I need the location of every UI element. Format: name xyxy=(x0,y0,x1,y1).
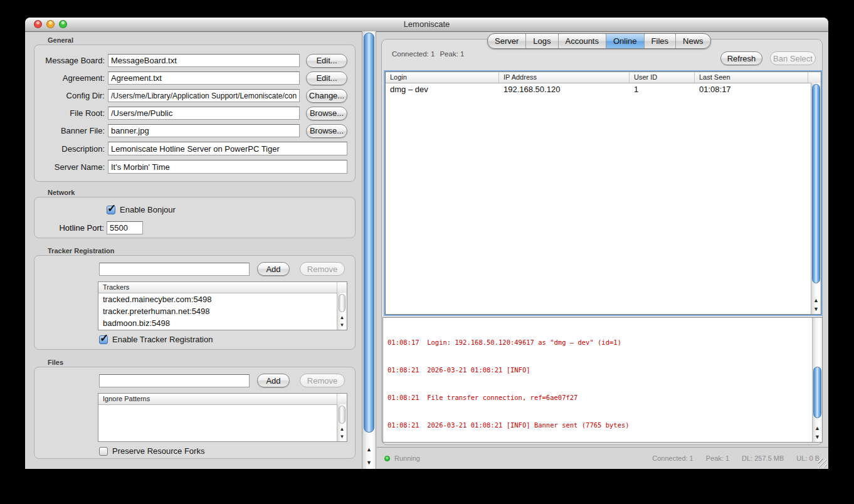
enable-tracker-registration-checkbox[interactable] xyxy=(99,335,108,344)
browse-file-root-button[interactable]: Browse... xyxy=(306,107,347,120)
scroll-up-icon[interactable] xyxy=(362,443,376,456)
tab-online[interactable]: Online xyxy=(606,34,645,48)
status-dot-icon xyxy=(384,456,390,461)
cell-login: dmg – dev xyxy=(386,83,499,96)
scroll-down-icon[interactable] xyxy=(362,456,376,469)
scroll-down-icon[interactable] xyxy=(337,433,347,441)
log-scrollbar[interactable] xyxy=(812,318,822,442)
file-root-label: File Root: xyxy=(42,108,105,118)
scrollbar-thumb[interactable] xyxy=(339,294,345,312)
message-board-row: Message Board: Edit... xyxy=(42,54,347,67)
enable-bonjour-label: Enable Bonjour xyxy=(120,205,176,214)
tab-news[interactable]: News xyxy=(676,34,710,48)
file-root-row: File Root: Browse... xyxy=(42,107,347,120)
scrollbar-thumb[interactable] xyxy=(813,367,821,418)
banner-file-label: Banner File: xyxy=(42,126,105,135)
agreement-label: Agreement: xyxy=(42,73,105,83)
log-line: 01:08:21 File transfer connection, ref=6… xyxy=(387,393,809,402)
title-bar[interactable]: Lemoniscate xyxy=(25,18,828,32)
server-log-panel: 01:08:17 Login: 192.168.50.120:49617 as … xyxy=(382,317,823,443)
ignore-patterns-scrollbar[interactable] xyxy=(337,404,347,441)
general-group-box: Message Board: Edit... Agreement: Edit..… xyxy=(34,45,356,182)
table-row[interactable]: dmg – dev 192.168.50.120 1 01:08:17 xyxy=(386,83,821,96)
status-peak: Peak: 1 xyxy=(706,454,729,462)
refresh-button[interactable]: Refresh xyxy=(720,51,762,65)
add-tracker-button[interactable]: Add xyxy=(257,262,290,276)
edit-agreement-button[interactable]: Edit... xyxy=(306,71,347,85)
browse-banner-file-button[interactable]: Browse... xyxy=(306,124,347,138)
app-window: Lemoniscate General Message Board: Edit.… xyxy=(25,18,828,469)
preserve-resource-forks-checkbox[interactable] xyxy=(99,447,108,456)
tab-accounts[interactable]: Accounts xyxy=(559,34,606,48)
remove-tracker-button[interactable]: Remove xyxy=(300,262,345,276)
description-label: Description: xyxy=(42,144,105,154)
hotline-port-row: Hotline Port: xyxy=(42,221,143,234)
trackers-column-header[interactable]: Trackers xyxy=(98,282,337,293)
section-title-files: Files xyxy=(48,359,63,366)
new-tracker-field[interactable] xyxy=(99,263,250,276)
banner-file-row: Banner File: Browse... xyxy=(42,124,347,137)
server-log-output: 01:08:17 Login: 192.168.50.120:49617 as … xyxy=(383,318,812,442)
column-header-last-seen[interactable]: Last Seen xyxy=(695,72,808,83)
connection-summary: Connected: 1Peak: 1 xyxy=(392,50,469,58)
online-table-scrollbar[interactable] xyxy=(811,83,821,314)
ban-select-button[interactable]: Ban Select xyxy=(770,51,816,65)
tab-server[interactable]: Server xyxy=(488,34,526,48)
add-ignore-pattern-button[interactable]: Add xyxy=(257,374,290,387)
files-group-box: Add Remove Ignore Patterns Preserve Reso… xyxy=(34,367,356,459)
scroll-down-icon[interactable] xyxy=(811,305,821,313)
message-board-field[interactable] xyxy=(108,54,300,67)
settings-pane-scrollbar[interactable] xyxy=(362,31,376,469)
scroll-up-icon[interactable] xyxy=(813,424,822,432)
trackers-scrollbar[interactable] xyxy=(337,293,347,330)
config-dir-label: Config Dir: xyxy=(42,91,105,100)
change-config-dir-button[interactable]: Change... xyxy=(306,89,347,103)
banner-file-field[interactable] xyxy=(108,124,300,137)
new-ignore-pattern-field[interactable] xyxy=(99,374,250,387)
log-line: 01:08:17 Login: 192.168.50.120:49617 as … xyxy=(387,338,809,347)
server-name-label: Server Name: xyxy=(42,162,105,172)
tab-logs[interactable]: Logs xyxy=(526,34,558,48)
scroll-down-icon[interactable] xyxy=(813,433,822,441)
hotline-port-label: Hotline Port: xyxy=(42,223,104,233)
config-dir-row: Config Dir: Change... xyxy=(42,89,347,102)
enable-tracker-registration-label: Enable Tracker Registration xyxy=(112,335,213,344)
column-header-login[interactable]: Login xyxy=(386,72,499,83)
remove-ignore-pattern-button[interactable]: Remove xyxy=(300,374,345,387)
file-root-field[interactable] xyxy=(108,107,300,120)
peak-count: Peak: 1 xyxy=(440,50,464,58)
tracker-list-item[interactable]: tracker.preterhuman.net:5498 xyxy=(98,305,347,317)
network-group-box: Enable Bonjour Hotline Port: xyxy=(34,197,356,238)
hotline-port-field[interactable] xyxy=(107,221,143,234)
agreement-field[interactable] xyxy=(108,71,300,85)
main-tab-bar: Server Logs Accounts Online Files News xyxy=(487,33,711,49)
message-board-label: Message Board: xyxy=(42,56,105,65)
tab-files[interactable]: Files xyxy=(645,34,676,48)
tracker-registration-group-box: Add Remove Trackers tracked.mainecyber.c… xyxy=(34,255,356,350)
scrollbar-thumb[interactable] xyxy=(364,33,374,433)
ignore-patterns-header-spacer xyxy=(337,394,347,404)
online-table-header: Login IP Address User ID Last Seen xyxy=(386,72,821,83)
resize-grip-icon[interactable] xyxy=(818,459,827,468)
ignore-patterns-column-header[interactable]: Ignore Patterns xyxy=(98,394,337,404)
cell-last-seen: 01:08:17 xyxy=(695,83,808,96)
scroll-down-icon[interactable] xyxy=(337,321,347,329)
scroll-up-icon[interactable] xyxy=(811,296,821,304)
cell-ip-address: 192.168.50.120 xyxy=(499,83,630,96)
agreement-row: Agreement: Edit... xyxy=(42,71,347,85)
status-upload-total: UL: 0 B xyxy=(796,454,820,462)
enable-bonjour-checkbox[interactable] xyxy=(107,206,115,214)
config-dir-field[interactable] xyxy=(108,89,300,102)
server-name-field[interactable] xyxy=(108,160,347,174)
scrollbar-thumb[interactable] xyxy=(339,406,345,424)
tracker-list-item[interactable]: badmoon.biz:5498 xyxy=(98,317,347,329)
edit-message-board-button[interactable]: Edit... xyxy=(306,54,347,68)
description-field[interactable] xyxy=(108,142,347,155)
log-line: 01:08:21 2026-03-21 01:08:21 [INFO] Bann… xyxy=(387,421,809,430)
tracker-list-item[interactable]: tracked.mainecyber.com:5498 xyxy=(98,293,347,305)
column-header-user-id[interactable]: User ID xyxy=(630,72,695,83)
trackers-table-header: Trackers xyxy=(98,282,347,293)
online-tab-panel: Connected: 1Peak: 1 Refresh Ban Select L… xyxy=(381,39,823,445)
column-header-ip-address[interactable]: IP Address xyxy=(499,72,630,83)
scrollbar-thumb[interactable] xyxy=(812,84,820,283)
